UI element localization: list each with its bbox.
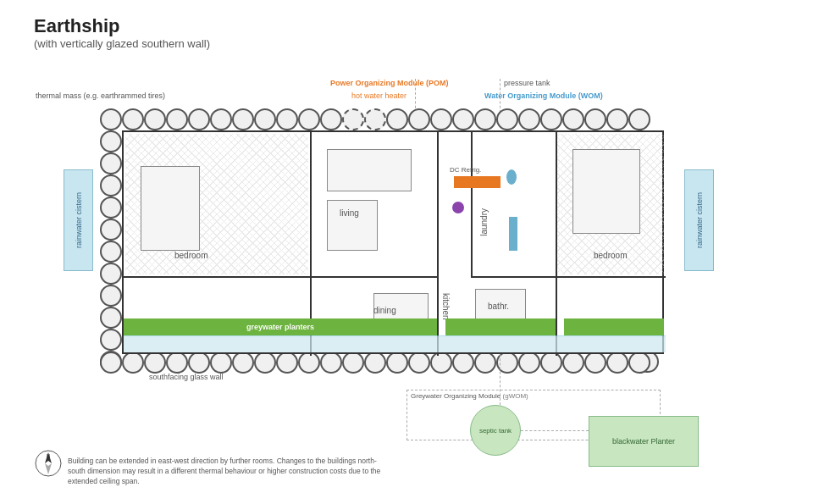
bed-right (572, 149, 640, 234)
laundry-blue-element (509, 217, 517, 251)
label-kitchen: kitchen (441, 293, 451, 320)
dc-refrig-label: DC Refrig. (450, 166, 481, 174)
notes-area: Building can be extended in east-west di… (68, 457, 390, 487)
wall-kitchen-right (471, 132, 473, 276)
coffee-table (327, 200, 378, 251)
thermal-mass-label: thermal mass (e.g. earthrammed tires) (36, 91, 165, 100)
page-subtitle: (with vertically glazed southern wall) (34, 37, 210, 50)
label-bedroom-left: bedroom (174, 251, 207, 260)
rainwater-cistern-left: rainwater cistern (64, 169, 93, 271)
building-outline: DC Refrig. bedroom living dining kitchen… (122, 130, 664, 354)
dc-refrig-block (454, 176, 501, 188)
wom-annotation: pressure tank (504, 79, 550, 87)
svg-text:N: N (47, 453, 50, 458)
pressure-tank-label: pressure tank (504, 79, 550, 87)
compass: N (34, 449, 64, 479)
label-laundry: laundry (479, 208, 489, 236)
wom-dashed-line (500, 79, 501, 113)
blackwater-planter: blackwater Planter (589, 416, 699, 467)
rainwater-cistern-right: rainwater cistern (684, 169, 714, 271)
pom-dashed-line (415, 79, 416, 113)
svg-marker-2 (45, 463, 52, 474)
wall-h-right (556, 276, 666, 278)
label-bedroom-right: bedroom (594, 251, 627, 260)
gwom-label: Greywater Organizing Module (gWOM) (411, 392, 528, 400)
greywater-planter-far-right (564, 318, 664, 335)
greywater-planter-left: greywater planters (124, 318, 437, 335)
dashed-septic-to-blackwater (521, 430, 589, 431)
pom-abbr: (POM) (426, 79, 449, 87)
pom-label: Power Organizing Module (330, 79, 424, 87)
title-area: Earthship (with vertically glazed southe… (34, 15, 210, 50)
wall-kitchen-left (437, 132, 439, 356)
glass-wall-strip (124, 335, 666, 352)
wom-label: Water Organizing Module (484, 91, 576, 100)
wall-h-left (124, 276, 437, 278)
greywater-planter-right (445, 318, 556, 335)
wom-circle (506, 169, 517, 185)
bed-left (141, 166, 200, 251)
greywater-label: greywater planters (246, 323, 314, 331)
pom-annotation: Power Organizing Module (POM) (330, 79, 449, 87)
label-dining: dining (373, 306, 396, 315)
wom-label-area: Water Organizing Module (WOM) (484, 91, 603, 100)
sofa (327, 149, 412, 191)
label-bathr: bathr. (488, 302, 509, 311)
page-title: Earthship (34, 15, 210, 37)
southfacing-glass-label: southfacing glass wall (149, 373, 224, 381)
dashed-to-septic (500, 354, 501, 405)
septic-tank: septic tank (470, 405, 521, 456)
hot-water-label: hot water heater (351, 91, 406, 100)
wall-h-mid (471, 276, 556, 278)
label-living: living (340, 208, 359, 218)
notes-text: Building can be extended in east-west di… (68, 457, 380, 485)
purple-dot (452, 202, 464, 213)
wom-abbr: (WOM) (578, 91, 603, 100)
